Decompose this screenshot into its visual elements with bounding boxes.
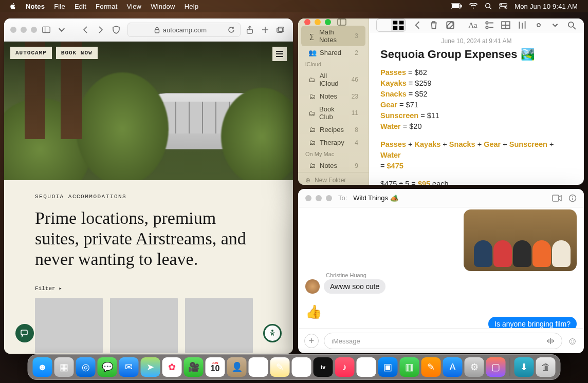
sidebar-item-recipes[interactable]: 🗂Recipes8 (301, 123, 365, 136)
app-menu-notes[interactable]: Notes (26, 3, 45, 10)
back-button[interactable] (81, 26, 91, 34)
new-folder-button[interactable]: ⊕ New Folder (298, 172, 369, 185)
dock-app-photos[interactable]: ✿ (162, 357, 182, 377)
forward-button[interactable] (97, 26, 107, 34)
back-icon[interactable] (412, 20, 422, 30)
dock-app-mail[interactable]: ✉ (119, 357, 139, 377)
outgoing-message-bubble[interactable]: Is anyone bringing film? (488, 317, 577, 328)
more-icon[interactable] (550, 20, 560, 30)
dock-app-maps[interactable]: ➤ (141, 357, 160, 377)
accommodation-card[interactable] (110, 298, 178, 353)
checklist-icon[interactable] (484, 20, 494, 30)
hamburger-menu[interactable] (272, 47, 287, 61)
chat-fab[interactable] (15, 324, 34, 342)
dock-app-keynote[interactable]: ▣ (378, 357, 398, 377)
link-icon[interactable] (534, 20, 544, 30)
chevron-down-icon[interactable] (58, 26, 68, 34)
dock-app-music[interactable]: ♪ (335, 357, 355, 377)
thread-name[interactable]: Wild Things 🏕️ (353, 194, 398, 202)
dock-app-launchpad[interactable]: ▦ (54, 357, 74, 377)
sidebar-item-notes[interactable]: 🗂Notes23 (301, 90, 365, 103)
sidebar-toggle-icon[interactable] (337, 18, 346, 26)
delete-note-icon[interactable] (429, 20, 439, 30)
dock-trash[interactable]: 🗑 (536, 357, 556, 377)
apple-menu[interactable] (9, 3, 16, 10)
safari-window-controls[interactable] (10, 27, 37, 33)
spotlight-icon[interactable] (485, 3, 492, 10)
site-logo[interactable]: AUTOCAMP (10, 47, 52, 59)
menu-view[interactable]: View (126, 3, 141, 10)
facetime-icon[interactable] (552, 195, 562, 202)
sidebar-item-shared[interactable]: 👥 Shared 2 (301, 46, 365, 59)
accessibility-fab[interactable] (263, 324, 282, 342)
dock-app-numbers[interactable]: ▥ (400, 357, 419, 377)
accommodation-card[interactable] (185, 298, 253, 353)
sidebar-item-therapy[interactable]: 🗂Therapy4 (301, 136, 365, 149)
apps-button[interactable]: + (304, 334, 319, 348)
notes-window-controls[interactable] (304, 19, 331, 25)
address-bar[interactable]: autocamp.com (127, 23, 241, 37)
messages-window-controls[interactable] (305, 195, 332, 201)
menu-file[interactable]: File (54, 3, 65, 10)
shared-photo[interactable] (464, 209, 577, 271)
search-icon[interactable] (566, 20, 577, 30)
message-input[interactable]: iMessage (324, 333, 562, 349)
dock-app-facetime[interactable]: 🎥 (184, 357, 204, 377)
list-view-icon[interactable] (377, 19, 391, 31)
new-note-icon[interactable] (445, 20, 455, 30)
wifi-icon[interactable] (469, 3, 477, 9)
audio-message-icon[interactable] (546, 337, 555, 344)
view-mode-segmented[interactable] (376, 18, 406, 32)
menu-window[interactable]: Window (151, 3, 175, 10)
dock-app-contacts[interactable]: 👤 (227, 357, 247, 377)
avatar[interactable] (305, 279, 320, 294)
message-bubble[interactable]: Awww soo cute (324, 279, 385, 294)
messages-window: To: Wild Things 🏕️ Christine Huang Awww … (298, 189, 584, 353)
sidebar-item-onmymac-notes[interactable]: 🗂Notes9 (301, 159, 365, 172)
accommodation-card[interactable] (35, 298, 103, 353)
dock-app-reminders[interactable]: ≣ (249, 357, 268, 377)
format-text-icon[interactable]: Aa (468, 20, 478, 30)
math-icon: ∑ (308, 32, 315, 40)
dock-app-freeform[interactable]: 〰 (292, 357, 311, 377)
messages-thread[interactable]: Christine Huang Awww soo cute 👍 Is anyon… (298, 207, 584, 328)
dock-app-notes[interactable]: ✎ (270, 357, 290, 377)
emoji-picker-icon[interactable]: ☺ (567, 335, 578, 347)
dock-app-appstore[interactable]: A (443, 357, 463, 377)
dock-app-pages[interactable]: ✎ (421, 357, 441, 377)
dock-app-calendar[interactable]: JUN10 (206, 357, 225, 377)
dock-app-safari[interactable]: ◎ (76, 357, 96, 377)
book-now-button[interactable]: BOOK NOW (56, 47, 98, 59)
note-body[interactable]: Passes = $62 Kayaks = $259 Snacks = $52 … (380, 67, 573, 185)
sidebar-toggle-icon[interactable] (42, 26, 52, 34)
battery-icon[interactable] (451, 3, 462, 9)
info-icon[interactable] (568, 194, 577, 202)
notes-toolbar: Aa (369, 18, 584, 32)
table-icon[interactable] (501, 20, 511, 30)
reload-icon[interactable] (228, 26, 235, 33)
filter-toggle[interactable]: Filter ▸ (35, 285, 262, 292)
dock-app-iphone-mirror[interactable]: ▢ (486, 357, 506, 377)
shield-icon[interactable] (112, 26, 122, 34)
menu-help[interactable]: Help (185, 3, 199, 10)
menu-format[interactable]: Format (96, 3, 117, 10)
dock-app-news[interactable]: N (357, 357, 376, 377)
sidebar-item-all-icloud[interactable]: 🗂All iCloud46 (301, 69, 365, 90)
new-tab-icon[interactable] (261, 26, 271, 34)
sidebar-item-math-notes[interactable]: ∑ Math Notes 3 (301, 26, 365, 46)
dock-app-messages[interactable]: 💬 (98, 357, 117, 377)
dock-app-settings[interactable]: ⚙ (465, 357, 484, 377)
tabs-overview-icon[interactable] (277, 26, 287, 34)
menu-edit[interactable]: Edit (75, 3, 86, 10)
dock-downloads[interactable]: ⬇ (514, 357, 534, 377)
media-icon[interactable] (517, 20, 527, 30)
plus-circle-icon: ⊕ (305, 177, 310, 184)
dock-app-finder[interactable]: ☻ (33, 357, 52, 377)
note-title[interactable]: Sequoia Group Expenses 🏞️ (380, 48, 573, 61)
dock-app-tv[interactable]: tv (314, 357, 333, 377)
gallery-view-icon[interactable] (391, 19, 406, 31)
control-center-icon[interactable] (499, 3, 507, 9)
sidebar-item-book-club[interactable]: 🗂Book Club11 (301, 103, 365, 123)
menubar-datetime[interactable]: Mon Jun 10 9:41 AM (514, 3, 578, 10)
share-icon[interactable] (246, 26, 256, 34)
